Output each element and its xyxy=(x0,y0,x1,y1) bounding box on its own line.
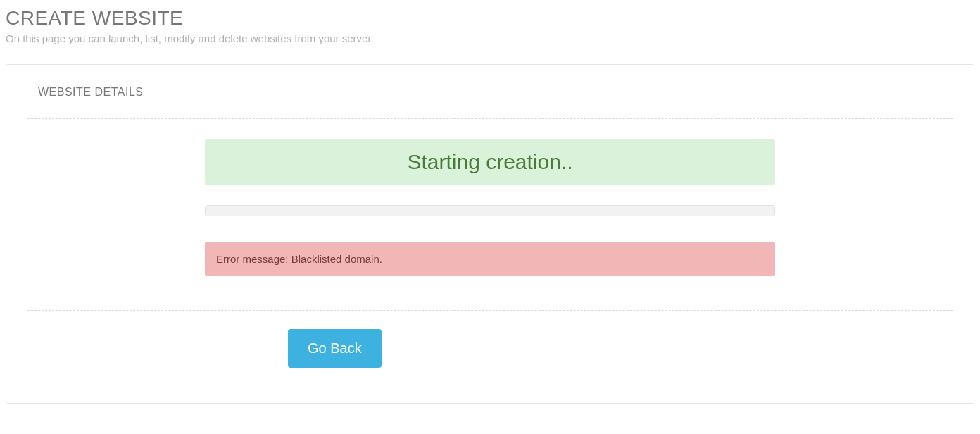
error-message: Error message: Blacklisted domain. xyxy=(205,242,775,276)
divider-top xyxy=(27,118,953,119)
content-area: Starting creation.. Error message: Black… xyxy=(27,139,953,276)
button-row: Go Back xyxy=(27,329,953,368)
website-details-panel: WEBSITE DETAILS Starting creation.. Erro… xyxy=(6,64,974,404)
progress-bar xyxy=(205,205,775,216)
status-message: Starting creation.. xyxy=(205,139,775,185)
page-title: CREATE WEBSITE xyxy=(6,7,974,30)
go-back-button[interactable]: Go Back xyxy=(288,329,382,368)
panel-heading: WEBSITE DETAILS xyxy=(27,86,953,118)
page-subtitle: On this page you can launch, list, modif… xyxy=(6,32,974,44)
divider-bottom xyxy=(27,310,953,311)
